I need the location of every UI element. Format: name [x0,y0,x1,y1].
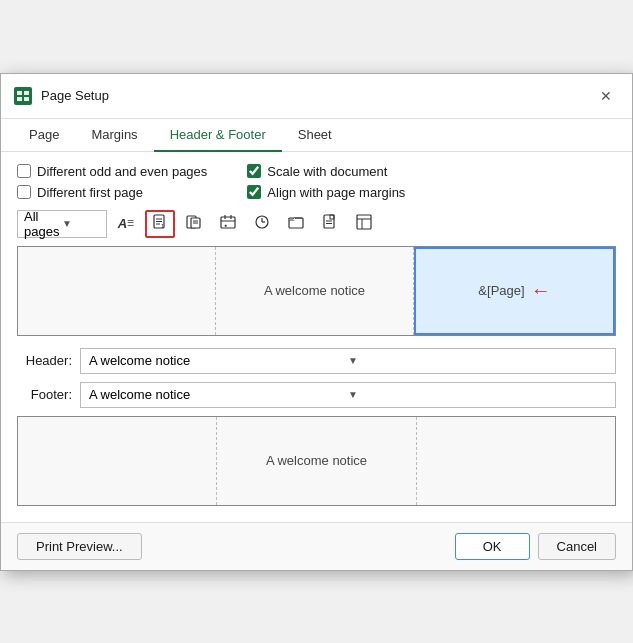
insert-date-button[interactable]: ● [213,210,243,238]
insert-time-button[interactable] [247,210,277,238]
header-dropdown-arrow: ▼ [348,355,607,366]
footer-preview: A welcome notice [17,416,616,506]
title-bar: Page Setup ✕ [1,74,632,119]
footer-center-section[interactable]: A welcome notice [217,417,416,505]
svg-rect-28 [357,215,371,229]
svg-rect-4 [24,97,29,101]
num-pages-icon [186,214,202,233]
svg-rect-2 [24,91,29,95]
svg-rect-3 [17,97,22,101]
header-label: Header: [17,353,72,368]
right-checkbox-col: Scale with document Align with page marg… [247,164,405,200]
tab-sheet[interactable]: Sheet [282,119,348,152]
odd-even-checkbox[interactable]: Different odd and even pages [17,164,207,179]
header-dropdown[interactable]: A welcome notice ▼ [80,348,616,374]
toolbar-row: All pages ▼ A ☰ 1 [17,210,616,238]
format-text-button[interactable]: A ☰ [111,210,141,238]
insert-file-path-button[interactable] [281,210,311,238]
align-margins-checkbox[interactable]: Align with page margins [247,185,405,200]
footer-left-section[interactable] [18,417,217,505]
insert-file-name-button[interactable] [315,210,345,238]
insert-file-path-icon [288,214,304,233]
align-margins-input[interactable] [247,185,261,199]
right-arrow-indicator: ← [531,279,551,302]
left-checkbox-col: Different odd and even pages Different f… [17,164,207,200]
insert-page-number-button[interactable]: 1 [145,210,175,238]
header-dropdown-value: A welcome notice [89,353,348,368]
header-form-row: Header: A welcome notice ▼ [17,348,616,374]
footer-center-text: A welcome notice [266,453,367,468]
format-icon-sub: ☰ [127,219,134,228]
tab-page[interactable]: Page [13,119,75,152]
page-setup-dialog: Page Setup ✕ Page Margins Header & Foote… [0,73,633,571]
dialog-content: Different odd and even pages Different f… [1,152,632,518]
header-center-text: A welcome notice [264,283,365,298]
first-page-checkbox[interactable]: Different first page [17,185,207,200]
header-center-section[interactable]: A welcome notice [216,247,414,335]
pages-dropdown-arrow: ▼ [62,218,100,229]
bottom-bar: Print Preview... OK Cancel [1,522,632,570]
checkbox-area: Different odd and even pages Different f… [17,164,616,200]
app-icon [13,86,33,106]
first-page-input[interactable] [17,185,31,199]
svg-rect-1 [17,91,22,95]
scale-doc-input[interactable] [247,164,261,178]
insert-sheet-name-button[interactable] [349,210,379,238]
confirm-buttons: OK Cancel [455,533,616,560]
svg-text:●: ● [224,222,227,228]
insert-time-icon [254,214,270,233]
odd-even-label: Different odd and even pages [37,164,207,179]
cancel-button[interactable]: Cancel [538,533,616,560]
print-preview-button[interactable]: Print Preview... [17,533,142,560]
tab-margins[interactable]: Margins [75,119,153,152]
header-right-section[interactable]: &[Page] ← [414,247,615,335]
pages-dropdown-value: All pages [24,209,62,239]
format-text-icon: A [118,216,127,231]
footer-dropdown-value: A welcome notice [89,387,348,402]
footer-form-row: Footer: A welcome notice ▼ [17,382,616,408]
pages-dropdown[interactable]: All pages ▼ [17,210,107,238]
insert-file-name-icon [322,214,338,233]
svg-rect-0 [14,87,32,105]
align-margins-label: Align with page margins [267,185,405,200]
odd-even-input[interactable] [17,164,31,178]
insert-date-icon: ● [220,214,236,233]
footer-dropdown[interactable]: A welcome notice ▼ [80,382,616,408]
insert-page-icon: 1 [152,214,168,233]
footer-right-section[interactable] [417,417,615,505]
header-left-section[interactable] [18,247,216,335]
insert-sheet-name-icon [356,214,372,233]
header-right-text: &[Page] [478,283,524,298]
tab-bar: Page Margins Header & Footer Sheet [1,119,632,152]
footer-dropdown-arrow: ▼ [348,389,607,400]
insert-num-pages-button[interactable] [179,210,209,238]
scale-doc-label: Scale with document [267,164,387,179]
footer-label: Footer: [17,387,72,402]
header-preview: A welcome notice &[Page] ← [17,246,616,336]
ok-button[interactable]: OK [455,533,530,560]
tab-header-footer[interactable]: Header & Footer [154,119,282,152]
dialog-title: Page Setup [41,88,592,103]
first-page-label: Different first page [37,185,143,200]
close-button[interactable]: ✕ [592,82,620,110]
scale-doc-checkbox[interactable]: Scale with document [247,164,405,179]
